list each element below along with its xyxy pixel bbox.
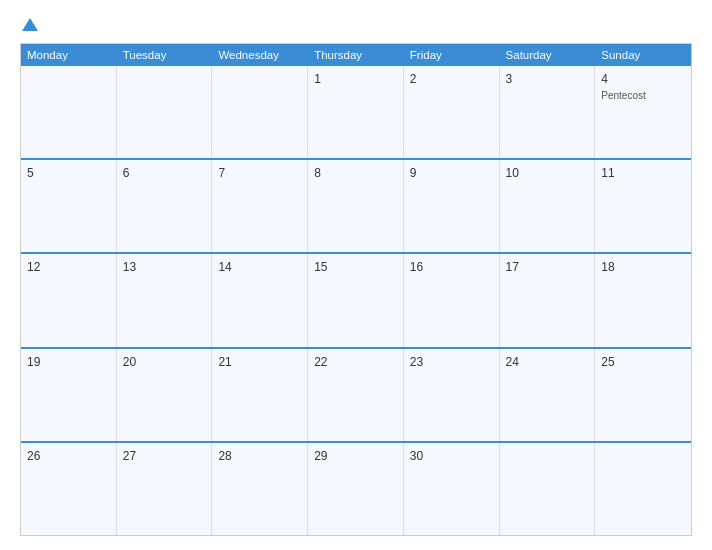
calendar-cell: 2 [404, 66, 500, 158]
logo [20, 18, 38, 33]
day-number: 21 [218, 354, 301, 371]
day-number: 25 [601, 354, 685, 371]
logo-triangle-icon [22, 18, 38, 31]
day-number: 6 [123, 165, 206, 182]
calendar-cell: 5 [21, 160, 117, 252]
day-number: 17 [506, 259, 589, 276]
calendar-cell: 18 [595, 254, 691, 346]
calendar-week: 567891011 [21, 158, 691, 252]
day-number: 24 [506, 354, 589, 371]
calendar-cell [595, 443, 691, 535]
day-header: Tuesday [117, 44, 213, 66]
day-number: 23 [410, 354, 493, 371]
day-number: 14 [218, 259, 301, 276]
day-number: 5 [27, 165, 110, 182]
day-header: Monday [21, 44, 117, 66]
day-number: 29 [314, 448, 397, 465]
calendar-cell: 8 [308, 160, 404, 252]
day-number: 12 [27, 259, 110, 276]
calendar-cell: 15 [308, 254, 404, 346]
calendar-cell [212, 66, 308, 158]
calendar-cell: 20 [117, 349, 213, 441]
calendar-cell [21, 66, 117, 158]
day-number: 22 [314, 354, 397, 371]
day-number: 2 [410, 71, 493, 88]
calendar-cell: 25 [595, 349, 691, 441]
day-number: 20 [123, 354, 206, 371]
calendar-week: 2627282930 [21, 441, 691, 535]
day-header: Friday [404, 44, 500, 66]
day-number: 28 [218, 448, 301, 465]
day-header: Sunday [595, 44, 691, 66]
day-number: 8 [314, 165, 397, 182]
calendar-page: MondayTuesdayWednesdayThursdayFridaySatu… [0, 0, 712, 550]
day-number: 1 [314, 71, 397, 88]
calendar-cell: 10 [500, 160, 596, 252]
calendar-cell: 13 [117, 254, 213, 346]
day-header: Saturday [500, 44, 596, 66]
calendar-cell: 1 [308, 66, 404, 158]
calendar-cell: 27 [117, 443, 213, 535]
calendar-cell: 4Pentecost [595, 66, 691, 158]
calendar-cell: 26 [21, 443, 117, 535]
calendar-cell: 16 [404, 254, 500, 346]
day-number: 30 [410, 448, 493, 465]
day-number: 15 [314, 259, 397, 276]
day-number: 10 [506, 165, 589, 182]
calendar-cell: 24 [500, 349, 596, 441]
calendar-cell: 17 [500, 254, 596, 346]
day-number: 26 [27, 448, 110, 465]
day-number: 11 [601, 165, 685, 182]
calendar-cell: 3 [500, 66, 596, 158]
calendar-cell: 29 [308, 443, 404, 535]
day-number: 9 [410, 165, 493, 182]
day-event: Pentecost [601, 90, 685, 101]
day-header: Wednesday [212, 44, 308, 66]
calendar-week: 1234Pentecost [21, 66, 691, 158]
calendar-cell: 28 [212, 443, 308, 535]
day-number: 19 [27, 354, 110, 371]
day-number: 4 [601, 71, 685, 88]
calendar-cell: 12 [21, 254, 117, 346]
calendar-cell: 30 [404, 443, 500, 535]
day-header: Thursday [308, 44, 404, 66]
day-number: 16 [410, 259, 493, 276]
header [20, 18, 692, 33]
calendar-cell: 23 [404, 349, 500, 441]
calendar-cell [500, 443, 596, 535]
day-number: 13 [123, 259, 206, 276]
calendar-cell: 7 [212, 160, 308, 252]
calendar-header: MondayTuesdayWednesdayThursdayFridaySatu… [21, 44, 691, 66]
calendar-week: 12131415161718 [21, 252, 691, 346]
calendar-cell: 14 [212, 254, 308, 346]
day-number: 27 [123, 448, 206, 465]
calendar-cell: 22 [308, 349, 404, 441]
calendar-grid: MondayTuesdayWednesdayThursdayFridaySatu… [20, 43, 692, 536]
calendar-cell: 19 [21, 349, 117, 441]
calendar-cell: 21 [212, 349, 308, 441]
calendar-body: 1234Pentecost567891011121314151617181920… [21, 66, 691, 535]
day-number: 7 [218, 165, 301, 182]
day-number: 18 [601, 259, 685, 276]
calendar-week: 19202122232425 [21, 347, 691, 441]
calendar-cell: 11 [595, 160, 691, 252]
day-number: 3 [506, 71, 589, 88]
calendar-cell: 9 [404, 160, 500, 252]
calendar-cell: 6 [117, 160, 213, 252]
calendar-cell [117, 66, 213, 158]
